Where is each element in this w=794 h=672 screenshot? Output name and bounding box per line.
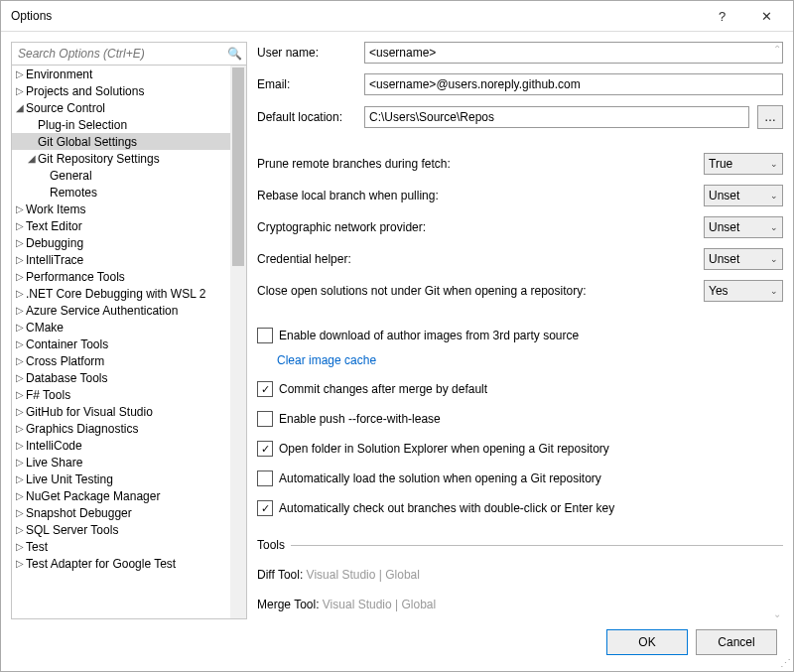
chevron-right-icon: ▷ bbox=[14, 68, 26, 79]
options-tree[interactable]: ▷Environment ▷Projects and Solutions ◢So… bbox=[12, 66, 230, 618]
tree-git-global-settings[interactable]: Git Global Settings bbox=[12, 133, 230, 150]
merge-vs-option[interactable]: Visual Studio bbox=[323, 598, 392, 611]
email-label: Email: bbox=[257, 77, 356, 91]
clear-cache-link[interactable]: Clear image cache bbox=[277, 353, 376, 367]
separator-line bbox=[291, 545, 783, 546]
tree-graphics-diag[interactable]: ▷Graphics Diagnostics bbox=[12, 420, 230, 437]
tree-cross-platform[interactable]: ▷Cross Platform bbox=[12, 352, 230, 369]
tree-database-tools[interactable]: ▷Database Tools bbox=[12, 369, 230, 386]
dialog-body: 🔍 ▷Environment ▷Projects and Solutions ◢… bbox=[1, 32, 793, 671]
row-merge-tool: Merge Tool: Visual Studio | Global bbox=[257, 598, 783, 611]
tree-git-repo-settings[interactable]: ◢Git Repository Settings bbox=[12, 150, 230, 167]
author-images-checkbox[interactable] bbox=[257, 328, 273, 343]
tree-nuget[interactable]: ▷NuGet Package Manager bbox=[12, 487, 230, 504]
chevron-right-icon: ▷ bbox=[14, 203, 26, 214]
tree-live-unit-test[interactable]: ▷Live Unit Testing bbox=[12, 470, 230, 487]
scrollbar-thumb[interactable] bbox=[232, 67, 244, 266]
tree-scrollbar[interactable] bbox=[230, 66, 246, 618]
tree-work-items[interactable]: ▷Work Items bbox=[12, 201, 230, 217]
tree-intellitrace[interactable]: ▷IntelliTrace bbox=[12, 251, 230, 268]
tree-fsharp-tools[interactable]: ▷F# Tools bbox=[12, 386, 230, 403]
tree-debugging[interactable]: ▷Debugging bbox=[12, 234, 230, 251]
tree-test-adapter-gtest[interactable]: ▷Test Adapter for Google Test bbox=[12, 555, 230, 572]
row-open-folder: ✓ Open folder in Solution Explorer when … bbox=[257, 441, 783, 457]
row-close-solutions: Close open solutions not under Git when … bbox=[257, 280, 783, 302]
merge-global-option[interactable]: Global bbox=[401, 598, 436, 611]
location-input[interactable] bbox=[364, 106, 749, 128]
tree-environment[interactable]: ▷Environment bbox=[12, 66, 230, 82]
force-lease-checkbox[interactable] bbox=[257, 411, 273, 427]
tree-live-share[interactable]: ▷Live Share bbox=[12, 454, 230, 470]
prune-dropdown[interactable]: True⌄ bbox=[704, 153, 783, 175]
dialog-footer: OK Cancel bbox=[11, 619, 783, 661]
tree-source-control[interactable]: ◢Source Control bbox=[12, 99, 230, 116]
tree-perf-tools[interactable]: ▷Performance Tools bbox=[12, 268, 230, 285]
diff-global-option[interactable]: Global bbox=[385, 568, 420, 582]
diff-tool-label: Diff Tool: bbox=[257, 568, 303, 582]
open-folder-checkbox[interactable]: ✓ bbox=[257, 441, 273, 457]
chevron-right-icon: ▷ bbox=[14, 85, 26, 96]
close-icon: ✕ bbox=[761, 10, 772, 23]
row-force-lease: Enable push --force-with-lease bbox=[257, 411, 783, 427]
tree-github-vs[interactable]: ▷GitHub for Visual Studio bbox=[12, 403, 230, 420]
chevron-right-icon: ▷ bbox=[14, 372, 26, 383]
row-auto-load: Automatically load the solution when ope… bbox=[257, 470, 783, 486]
chevron-right-icon: ▷ bbox=[14, 490, 26, 501]
browse-button[interactable]: … bbox=[757, 105, 783, 129]
close-button[interactable]: ✕ bbox=[744, 1, 789, 31]
tree-netcore-wsl[interactable]: ▷.NET Core Debugging with WSL 2 bbox=[12, 285, 230, 302]
tree-cmake[interactable]: ▷CMake bbox=[12, 319, 230, 336]
commit-merge-checkbox[interactable]: ✓ bbox=[257, 381, 273, 397]
diff-vs-option[interactable]: Visual Studio bbox=[307, 568, 376, 582]
cancel-button[interactable]: Cancel bbox=[696, 629, 777, 655]
resize-grip-icon[interactable]: ⋰ bbox=[780, 658, 791, 669]
tree-sql-server-tools[interactable]: ▷SQL Server Tools bbox=[12, 521, 230, 538]
scroll-up-icon: ⌃ bbox=[773, 44, 781, 55]
chevron-down-icon: ⌄ bbox=[770, 191, 778, 201]
crypto-dropdown[interactable]: Unset⌄ bbox=[704, 216, 783, 238]
chevron-right-icon: ▷ bbox=[14, 507, 26, 518]
tree-azure-auth[interactable]: ▷Azure Service Authentication bbox=[12, 302, 230, 319]
row-rebase: Rebase local branch when pulling: Unset⌄ bbox=[257, 185, 783, 206]
ok-button[interactable]: OK bbox=[606, 629, 688, 655]
rebase-dropdown[interactable]: Unset⌄ bbox=[704, 185, 783, 206]
tree-snapshot-debugger[interactable]: ▷Snapshot Debugger bbox=[12, 504, 230, 521]
git-global-form: User name: Email: Default location: … bbox=[257, 42, 783, 611]
search-icon: 🔍 bbox=[227, 47, 242, 61]
row-cred: Credential helper: Unset⌄ bbox=[257, 248, 783, 270]
tree-plugin-selection[interactable]: Plug-in Selection bbox=[12, 116, 230, 133]
help-icon: ? bbox=[719, 10, 726, 23]
help-button[interactable]: ? bbox=[700, 1, 744, 31]
force-lease-label: Enable push --force-with-lease bbox=[279, 412, 441, 426]
chevron-right-icon: ▷ bbox=[14, 423, 26, 434]
row-author-images: Enable download of author images from 3r… bbox=[257, 328, 783, 343]
chevron-right-icon: ▷ bbox=[14, 473, 26, 484]
tree-projects[interactable]: ▷Projects and Solutions bbox=[12, 82, 230, 99]
tree-container-tools[interactable]: ▷Container Tools bbox=[12, 336, 230, 352]
settings-panel: ⌃ ⌄ User name: Email: Default location: bbox=[257, 42, 783, 619]
chevron-right-icon: ▷ bbox=[14, 322, 26, 333]
cred-dropdown[interactable]: Unset⌄ bbox=[704, 248, 783, 270]
chevron-right-icon: ▷ bbox=[14, 541, 26, 552]
chevron-down-icon: ⌄ bbox=[770, 286, 778, 296]
ellipsis-icon: … bbox=[764, 110, 776, 124]
rebase-label: Rebase local branch when pulling: bbox=[257, 189, 614, 202]
row-diff-tool: Diff Tool: Visual Studio | Global bbox=[257, 568, 783, 582]
username-label: User name: bbox=[257, 46, 356, 60]
tree-intellicode[interactable]: ▷IntelliCode bbox=[12, 437, 230, 454]
row-username: User name: bbox=[257, 42, 783, 64]
tree-test[interactable]: ▷Test bbox=[12, 538, 230, 555]
search-box[interactable]: 🔍 bbox=[12, 43, 246, 66]
chevron-right-icon: ▷ bbox=[14, 220, 26, 231]
email-input[interactable] bbox=[364, 73, 783, 95]
chevron-down-icon: ◢ bbox=[14, 102, 26, 113]
search-input[interactable] bbox=[16, 43, 227, 65]
username-input[interactable] bbox=[364, 42, 783, 64]
tree-text-editor[interactable]: ▷Text Editor bbox=[12, 217, 230, 234]
close-dropdown[interactable]: Yes⌄ bbox=[704, 280, 783, 302]
auto-load-checkbox[interactable] bbox=[257, 470, 273, 486]
tree-remotes[interactable]: Remotes bbox=[12, 184, 230, 201]
tree-general[interactable]: General bbox=[12, 167, 230, 184]
chevron-right-icon: ▷ bbox=[14, 406, 26, 417]
auto-checkout-checkbox[interactable]: ✓ bbox=[257, 500, 273, 516]
